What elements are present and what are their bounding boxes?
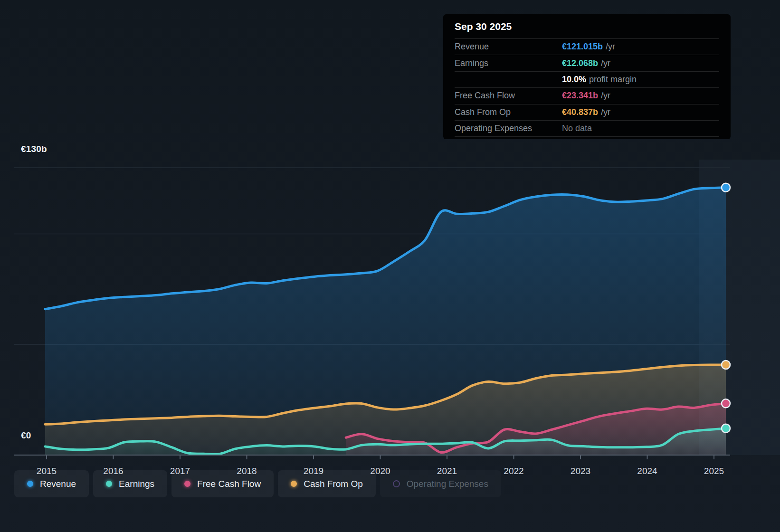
tooltip-row-label: Free Cash Flow bbox=[455, 91, 562, 101]
x-tick-label-2025: 2025 bbox=[704, 466, 724, 476]
endpoint-dot-revenue bbox=[722, 183, 730, 192]
x-tick-label-2024: 2024 bbox=[637, 466, 657, 476]
free-cash-flow-series-dot-icon bbox=[184, 481, 190, 487]
hover-tooltip: Sep 30 2025 Revenue€121.015b/yrEarnings€… bbox=[443, 14, 731, 139]
tooltip-row-value: €40.837b bbox=[562, 107, 598, 117]
tooltip-row-value: €23.341b bbox=[562, 91, 598, 101]
tooltip-row-earnings: Earnings€12.068b/yr bbox=[455, 55, 719, 71]
tooltip-row-profit-margin: 10.0%profit margin bbox=[455, 72, 719, 88]
legend-chip-label: Cash From Op bbox=[304, 479, 363, 489]
legend-chip-label: Free Cash Flow bbox=[197, 479, 261, 489]
operating-expenses-series-dot-icon bbox=[393, 480, 400, 487]
legend-chip-free-cash-flow[interactable]: Free Cash Flow bbox=[171, 470, 274, 497]
legend-chip-revenue[interactable]: Revenue bbox=[14, 470, 89, 497]
tooltip-row-free-cash-flow: Free Cash Flow€23.341b/yr bbox=[455, 88, 719, 104]
tooltip-date: Sep 30 2025 bbox=[455, 14, 719, 39]
revenue-series-dot-icon bbox=[27, 481, 33, 487]
tooltip-row-revenue: Revenue€121.015b/yr bbox=[455, 39, 719, 55]
tooltip-row-value: €121.015b bbox=[562, 42, 603, 52]
tooltip-row-value: No data bbox=[562, 124, 592, 133]
tooltip-row-value: 10.0% bbox=[562, 75, 586, 85]
tooltip-row-label: Operating Expenses bbox=[455, 124, 562, 133]
legend-chip-earnings[interactable]: Earnings bbox=[93, 470, 167, 497]
endpoint-dot-cash-from-op bbox=[722, 361, 730, 369]
legend-chip-label: Earnings bbox=[119, 479, 154, 489]
tooltip-row-label: Earnings bbox=[455, 58, 562, 68]
y-axis-zero-label: €0 bbox=[21, 430, 31, 441]
legend-chip-cash-from-op[interactable]: Cash From Op bbox=[278, 470, 376, 497]
tooltip-row-label: Cash From Op bbox=[455, 107, 562, 117]
legend-chip-operating-expenses[interactable]: Operating Expenses bbox=[380, 470, 501, 497]
endpoint-dot-earnings bbox=[722, 424, 730, 433]
legend-chip-label: Operating Expenses bbox=[407, 479, 488, 489]
tooltip-row-operating-expenses: Operating ExpensesNo data bbox=[455, 121, 719, 137]
tooltip-row-suffix: /yr bbox=[601, 91, 610, 101]
tooltip-row-suffix: /yr bbox=[606, 42, 615, 52]
y-axis-max-label: €130b bbox=[21, 144, 47, 154]
tooltip-row-label: Revenue bbox=[455, 42, 562, 52]
cash-from-op-series-dot-icon bbox=[291, 481, 297, 487]
endpoint-dot-free-cash-flow bbox=[722, 399, 730, 408]
legend-chip-label: Revenue bbox=[40, 479, 76, 489]
tooltip-row-suffix: profit margin bbox=[589, 75, 637, 85]
tooltip-row-cash-from-op: Cash From Op€40.837b/yr bbox=[455, 104, 719, 121]
tooltip-row-suffix: /yr bbox=[601, 58, 610, 68]
earnings-series-dot-icon bbox=[106, 481, 112, 487]
tooltip-row-suffix: /yr bbox=[601, 107, 610, 117]
page: 2015201620172018201920202021202220232024… bbox=[0, 0, 780, 532]
legend: RevenueEarningsFree Cash FlowCash From O… bbox=[14, 470, 501, 497]
tooltip-row-value: €12.068b bbox=[562, 58, 598, 68]
x-tick-label-2023: 2023 bbox=[571, 466, 590, 476]
x-tick-label-2022: 2022 bbox=[504, 466, 523, 476]
